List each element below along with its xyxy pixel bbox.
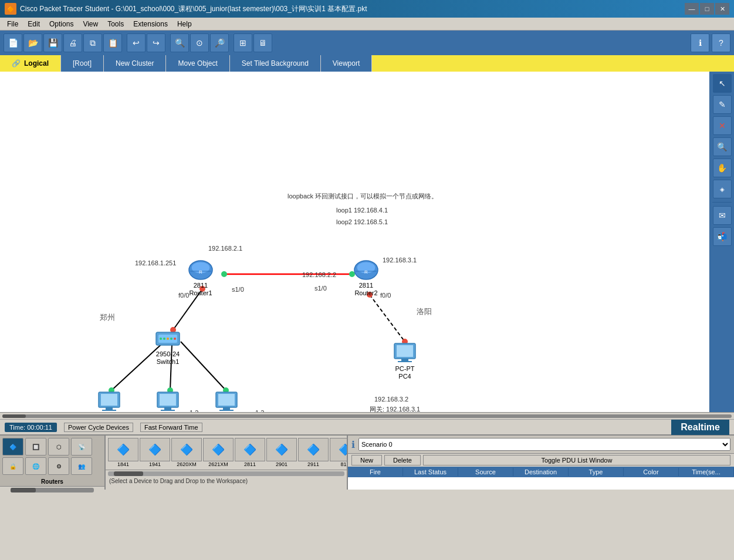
open-btn[interactable]: 📂	[23, 33, 42, 52]
pdu-header: ℹ Scenario 0	[348, 436, 734, 454]
cat-wireless[interactable]: 📡	[71, 438, 92, 456]
menu-extensions[interactable]: Extensions	[128, 19, 172, 29]
canvas-horizontal-scrollbar[interactable]	[0, 412, 734, 419]
hand-tool-btn[interactable]: ✋	[713, 158, 732, 177]
new-btn[interactable]: 📄	[4, 33, 22, 52]
svg-rect-35	[160, 394, 176, 406]
col-color: Color	[624, 468, 679, 476]
device-item-1941[interactable]: 🔷 1941	[140, 438, 170, 467]
pc1-device[interactable]: PC-PTPC1	[95, 390, 123, 412]
realtime-btn[interactable]: Realtime	[671, 420, 729, 435]
toggle-pdu-btn[interactable]: Toggle PDU List Window	[423, 455, 730, 465]
statusbar: Time: 00:00:11 Power Cycle Devices Fast …	[0, 419, 734, 434]
grid-btn[interactable]: ⊞	[234, 33, 252, 52]
svg-point-6	[221, 271, 227, 277]
device-panel: 🔷 🔲 ⬡ 📡 🔒 🌐 ⚙ 👥 Routers 🔷 1841 🔷 1941	[0, 434, 734, 490]
nav-move-object[interactable]: Move Object	[166, 55, 229, 72]
cat-routers[interactable]: 🔷	[2, 438, 23, 456]
router2-s1-port: s1/0	[314, 285, 327, 292]
cat-security[interactable]: 🔒	[2, 457, 23, 475]
pdu-complex-btn[interactable]: 📬	[713, 227, 732, 246]
col-type: Type	[569, 468, 624, 476]
note-tool-btn[interactable]: ✎	[713, 95, 732, 114]
router2-ip-label: 192.168.3.1	[383, 257, 417, 264]
pdu-content-area	[348, 477, 734, 490]
scenario-select[interactable]: Scenario 0	[358, 438, 730, 451]
pc3-device[interactable]: PC-PTPC3	[212, 390, 241, 412]
zoom-tool-btn[interactable]: 🔍	[713, 137, 732, 156]
loop1-label: loop1 192.168.4.1	[336, 207, 388, 214]
device-item-819[interactable]: 🔷 819	[330, 438, 347, 467]
print-btn[interactable]: 🖨	[63, 33, 82, 52]
svg-rect-36	[164, 407, 171, 410]
loopback-annotation: loopback 环回测试接口，可以模拟一个节点或网络。	[287, 192, 438, 201]
delete-pdu-btn[interactable]: Delete	[384, 455, 421, 465]
pdu-table-header: Fire Last Status Source Destination Type…	[348, 467, 734, 477]
paste-btn[interactable]: 📋	[103, 33, 122, 52]
close-button[interactable]: ✕	[715, 3, 729, 15]
network-canvas[interactable]: loopback 环回测试接口，可以模拟一个节点或网络。 loop1 192.1…	[0, 72, 709, 412]
pdu-simple-btn[interactable]: ✉	[713, 206, 732, 225]
custom1-tool-btn[interactable]: ◈	[713, 180, 732, 198]
svg-rect-33	[102, 410, 116, 411]
menu-tools[interactable]: Tools	[103, 19, 128, 29]
router2-device[interactable]: R 2811Router2	[352, 258, 380, 297]
maximize-button[interactable]: □	[700, 3, 714, 15]
hscroll-thumb[interactable]	[2, 414, 26, 418]
cat-multiuser[interactable]: 👥	[71, 457, 92, 475]
device-item-2811[interactable]: 🔷 2811	[235, 438, 265, 467]
pc4-device[interactable]: PC-PTPC4	[391, 342, 419, 380]
undo-btn[interactable]: ↩	[127, 33, 146, 52]
cat-custom[interactable]: ⚙	[48, 457, 69, 475]
device-item-1841[interactable]: 🔷 1841	[108, 438, 138, 467]
hscroll-track[interactable]	[2, 414, 732, 418]
menu-options[interactable]: Options	[45, 19, 78, 29]
pc2-ip-suffix: 1.2	[190, 409, 198, 412]
menu-edit[interactable]: Edit	[23, 19, 45, 29]
router1-label: 2811Router1	[189, 282, 212, 297]
nav-root[interactable]: [Root]	[61, 55, 104, 72]
menu-help[interactable]: Help	[172, 19, 197, 29]
cat-hubs[interactable]: ⬡	[48, 438, 69, 456]
col-destination: Destination	[513, 468, 569, 476]
menu-view[interactable]: View	[78, 19, 103, 29]
device-item-2911[interactable]: 🔷 2911	[298, 438, 329, 467]
minimize-button[interactable]: —	[685, 3, 699, 15]
router1-device[interactable]: R 2811Router1	[187, 258, 215, 297]
category-icons-row: 🔷 🔲 ⬡ 📡 🔒 🌐 ⚙ 👥	[0, 436, 104, 477]
zoom-in-btn[interactable]: 🔍	[170, 33, 189, 52]
copy-btn[interactable]: ⧉	[83, 33, 102, 52]
save-btn[interactable]: 💾	[43, 33, 62, 52]
cat-wan[interactable]: 🌐	[25, 457, 46, 475]
col-time: Time(se...	[679, 468, 734, 476]
svg-point-29	[174, 338, 176, 340]
info-btn[interactable]: ℹ	[691, 33, 709, 52]
device-item-2620xm-label: 2620XM	[177, 461, 197, 467]
zoom-reset-btn[interactable]: ⊙	[190, 33, 209, 52]
pc2-device[interactable]: PC-PTPC2	[154, 390, 182, 412]
device-item-1841-label: 1841	[117, 461, 129, 467]
zoom-out-btn[interactable]: 🔎	[210, 33, 229, 52]
menu-file[interactable]: File	[2, 19, 23, 29]
console-btn[interactable]: 🖥	[253, 33, 272, 52]
device-item-2620xm[interactable]: 🔷 2620XM	[171, 438, 202, 467]
select-tool-btn[interactable]: ↖	[713, 74, 732, 93]
nav-viewport[interactable]: Viewport	[321, 55, 372, 72]
device-item-2901[interactable]: 🔷 2901	[266, 438, 297, 467]
device-item-2621xm[interactable]: 🔷 2621XM	[203, 438, 234, 467]
fast-forward-btn[interactable]: Fast Forward Time	[140, 423, 202, 432]
col-source: Source	[458, 468, 513, 476]
menubar: File Edit Options View Tools Extensions …	[0, 18, 734, 31]
help-icon-btn[interactable]: ?	[712, 33, 730, 52]
cat-switches[interactable]: 🔲	[25, 438, 46, 456]
switch1-device[interactable]: 2950-24Switch1	[154, 327, 182, 366]
nav-set-tiled[interactable]: Set Tiled Background	[230, 55, 321, 72]
router2-icon: R	[352, 258, 380, 282]
redo-btn[interactable]: ↪	[147, 33, 165, 52]
nav-new-cluster[interactable]: New Cluster	[104, 55, 166, 72]
nav-logical[interactable]: 🔗Logical	[0, 55, 61, 72]
new-pdu-btn[interactable]: New	[351, 455, 382, 465]
power-cycle-btn[interactable]: Power Cycle Devices	[64, 423, 133, 432]
device-categories: 🔷 🔲 ⬡ 📡 🔒 🌐 ⚙ 👥 Routers	[0, 436, 106, 490]
delete-tool-btn[interactable]: ✕	[713, 116, 732, 135]
